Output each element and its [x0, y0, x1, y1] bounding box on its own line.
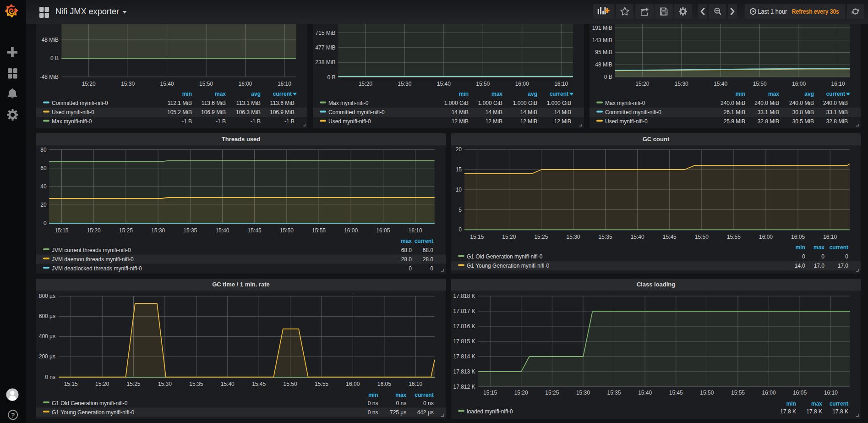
svg-text:240.0 MiB: 240.0 MiB: [823, 100, 848, 106]
svg-text:16:00: 16:00: [346, 381, 360, 387]
svg-text:400 µs: 400 µs: [39, 333, 55, 340]
svg-text:12 MiB: 12 MiB: [554, 118, 571, 125]
svg-text:14 MiB: 14 MiB: [452, 109, 469, 115]
svg-text:715 MiB: 715 MiB: [315, 30, 335, 36]
svg-text:max: max: [215, 91, 226, 97]
svg-text:40: 40: [40, 183, 47, 190]
svg-text:600 µs: 600 µs: [39, 313, 55, 319]
svg-text:15:30: 15:30: [398, 81, 411, 87]
svg-text:20: 20: [456, 146, 462, 153]
svg-text:16:00: 16:00: [759, 234, 773, 240]
svg-text:17.0: 17.0: [838, 263, 849, 269]
svg-text:15:50: 15:50: [700, 390, 714, 396]
svg-text:15:35: 15:35: [607, 390, 621, 396]
svg-text:15:40: 15:40: [215, 227, 229, 234]
svg-text:16:00: 16:00: [792, 81, 806, 87]
svg-text:max: max: [395, 392, 406, 398]
svg-text:Max mynifi-nifi-0: Max mynifi-nifi-0: [605, 100, 645, 106]
svg-text:min: min: [459, 91, 469, 97]
svg-text:17.816 K: 17.816 K: [453, 323, 475, 330]
svg-text:15:15: 15:15: [64, 381, 78, 387]
svg-text:32.8 MiB: 32.8 MiB: [758, 118, 779, 125]
svg-text:106.3 MiB: 106.3 MiB: [236, 109, 261, 115]
svg-text:15:40: 15:40: [160, 81, 174, 87]
svg-text:Used mynifi-nifi-0: Used mynifi-nifi-0: [328, 118, 371, 125]
svg-text:106.9 MiB: 106.9 MiB: [201, 109, 226, 115]
svg-text:17.817 K: 17.817 K: [453, 308, 475, 314]
svg-text:17.0: 17.0: [814, 263, 825, 269]
svg-text:15:15: 15:15: [483, 390, 497, 396]
svg-text:1.000 GiB: 1.000 GiB: [547, 100, 571, 106]
svg-text:min: min: [796, 244, 805, 251]
svg-text:-1 B: -1 B: [251, 118, 261, 125]
svg-text:0: 0: [802, 253, 805, 260]
svg-text:avg: avg: [251, 91, 261, 97]
svg-text:JVM daemon threads mynifi-nifi: JVM daemon threads mynifi-nifi-0: [52, 256, 134, 263]
svg-text:loaded mynifi-nifi-0: loaded mynifi-nifi-0: [467, 408, 513, 415]
svg-text:15:20: 15:20: [87, 227, 101, 234]
svg-text:G1 Young Generation mynifi-nif: G1 Young Generation mynifi-nifi-0: [467, 263, 549, 269]
svg-text:current: current: [273, 91, 292, 97]
svg-text:33.1 MiB: 33.1 MiB: [826, 109, 848, 115]
svg-text:max: max: [813, 244, 824, 251]
svg-text:68.0: 68.0: [401, 247, 412, 253]
svg-text:14 MiB: 14 MiB: [520, 109, 537, 115]
svg-text:16:10: 16:10: [831, 81, 845, 87]
svg-text:113.1 MiB: 113.1 MiB: [236, 100, 261, 106]
svg-text:0 ns: 0 ns: [423, 400, 434, 407]
svg-text:80: 80: [40, 147, 47, 153]
svg-text:G1 Young Generation mynifi-nif: G1 Young Generation mynifi-nifi-0: [52, 409, 134, 416]
svg-text:0 ns: 0 ns: [396, 400, 407, 407]
svg-text:191 MiB: 191 MiB: [592, 25, 612, 31]
svg-text:15:30: 15:30: [576, 390, 590, 396]
svg-text:16:05: 16:05: [791, 234, 805, 240]
svg-text:15:30: 15:30: [151, 227, 165, 234]
svg-text:15:45: 15:45: [669, 390, 683, 396]
svg-text:725 µs: 725 µs: [390, 409, 406, 416]
svg-text:0: 0: [845, 253, 848, 260]
svg-text:28.0: 28.0: [423, 256, 434, 263]
svg-text:0: 0: [821, 253, 824, 260]
svg-text:17.8 K: 17.8 K: [806, 408, 822, 415]
svg-text:30.5 MiB: 30.5 MiB: [792, 118, 814, 125]
svg-text:17.815 K: 17.815 K: [453, 338, 475, 345]
svg-text:max: max: [491, 91, 502, 97]
svg-text:17.8 K: 17.8 K: [832, 408, 848, 415]
svg-text:15:50: 15:50: [695, 234, 709, 240]
svg-text:60: 60: [40, 165, 47, 171]
svg-text:15:15: 15:15: [55, 227, 68, 234]
svg-text:240.0 MiB: 240.0 MiB: [789, 100, 814, 106]
svg-text:current: current: [415, 392, 433, 398]
svg-text:JVM current threads mynifi-nif: JVM current threads mynifi-nifi-0: [52, 247, 131, 253]
svg-text:15:35: 15:35: [599, 234, 612, 240]
svg-text:0: 0: [430, 265, 433, 272]
svg-text:15:40: 15:40: [221, 381, 235, 387]
svg-text:15:55: 15:55: [315, 381, 328, 387]
svg-text:28.0: 28.0: [401, 256, 412, 263]
svg-text:max: max: [768, 91, 779, 97]
svg-text:15:25: 15:25: [545, 390, 559, 396]
svg-text:16:10: 16:10: [409, 227, 422, 234]
svg-text:15:35: 15:35: [189, 381, 203, 387]
svg-text:17.814 K: 17.814 K: [453, 353, 475, 360]
svg-text:0: 0: [409, 265, 412, 272]
svg-text:16:10: 16:10: [824, 390, 838, 396]
svg-text:avg: avg: [804, 91, 814, 97]
svg-text:16:10: 16:10: [554, 81, 568, 87]
svg-text:12 MiB: 12 MiB: [452, 118, 469, 125]
svg-text:0 B: 0 B: [604, 74, 612, 80]
svg-text:477 MiB: 477 MiB: [315, 44, 335, 51]
svg-text:15:30: 15:30: [567, 234, 580, 240]
svg-text:?: ?: [11, 411, 15, 419]
svg-text:min: min: [368, 392, 378, 398]
svg-text:68.0: 68.0: [423, 247, 434, 253]
svg-text:105.2 MiB: 105.2 MiB: [167, 109, 192, 115]
svg-text:15:20: 15:20: [502, 234, 516, 240]
svg-text:max: max: [811, 401, 822, 407]
svg-text:143 MiB: 143 MiB: [592, 37, 612, 44]
svg-text:0 ns: 0 ns: [45, 374, 55, 380]
svg-text:15:35: 15:35: [183, 227, 197, 234]
svg-text:15:45: 15:45: [663, 234, 677, 240]
svg-text:442 µs: 442 µs: [417, 409, 433, 416]
svg-text:G1 Old Generation mynifi-nifi-: G1 Old Generation mynifi-nifi-0: [467, 253, 543, 260]
